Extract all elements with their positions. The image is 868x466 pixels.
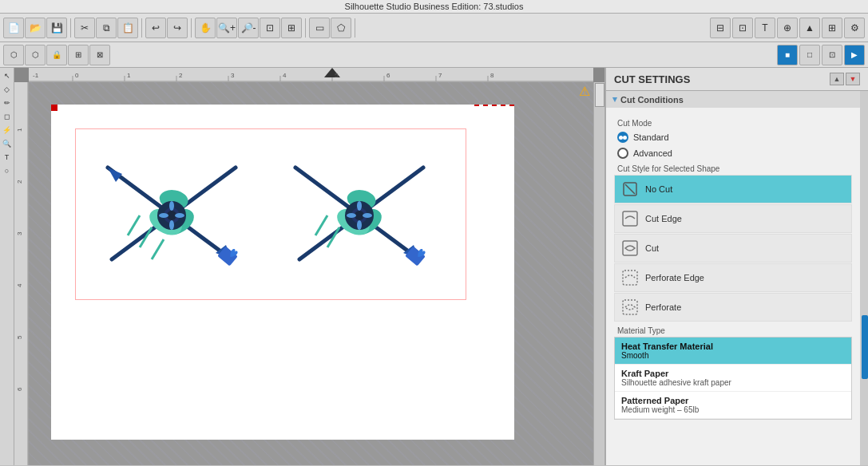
ruler-vertical: 1 2 3 4 5 6 (14, 82, 29, 465)
cut-edge-option[interactable]: Cut Edge (614, 204, 852, 233)
save-button[interactable]: 💾 (46, 18, 67, 38)
redo-button[interactable]: ↪ (167, 18, 188, 38)
svg-text:3: 3 (16, 231, 23, 235)
svg-text:4: 4 (16, 283, 23, 287)
perforate-label: Perforate (645, 302, 681, 312)
svg-text:2: 2 (16, 180, 23, 184)
svg-point-40 (169, 220, 174, 230)
shape-tool[interactable]: ○ (1, 164, 14, 177)
material-kraft-paper[interactable]: Kraft Paper Silhouette adhesive kraft pa… (615, 365, 851, 392)
right-toolbar-group: ⊟ ⊡ T ⊕ ▲ ⊞ ⚙ (710, 18, 865, 38)
eraser-tool[interactable]: ◻ (1, 110, 14, 123)
transform-button[interactable]: ⊡ (732, 18, 753, 38)
settings-button[interactable]: ⚙ (844, 18, 865, 38)
work-area (51, 105, 514, 440)
draw-tool[interactable]: ✏ (1, 97, 14, 109)
panel-title: CUT SETTINGS (614, 73, 690, 85)
svg-text:4: 4 (283, 72, 287, 79)
material-patterned-name: Patterned Paper (621, 396, 845, 405)
marquee-button[interactable]: ▭ (309, 18, 330, 38)
weld-button[interactable]: ⊕ (777, 18, 798, 38)
perforate-option[interactable]: Perforate (614, 293, 852, 322)
align-button[interactable]: ⊟ (710, 18, 731, 38)
canvas-area[interactable]: -1 0 1 2 3 4 5 6 7 8 (14, 68, 604, 465)
title-text: Silhouette Studio Business Edition: 73.s… (345, 2, 524, 11)
zoom-actual-button[interactable]: ⊞ (281, 18, 302, 38)
grid-button[interactable]: ⊞ (822, 18, 842, 38)
sep1 (70, 18, 71, 38)
canvas-scrollbar-v[interactable] (593, 82, 604, 465)
sep2 (141, 18, 142, 38)
cut-mode-section: Cut Mode Standard Advanced Cut S (606, 111, 860, 425)
scrollbar-thumb-v[interactable] (595, 83, 604, 107)
svg-text:3: 3 (231, 72, 235, 79)
fill-button[interactable]: ■ (777, 45, 798, 65)
send-button[interactable]: ▶ (844, 45, 865, 65)
material-heat-transfer[interactable]: Heat Transfer Material Smooth (615, 338, 851, 365)
material-patterned-paper[interactable]: Patterned Paper Medium weight – 65lb (615, 392, 851, 419)
no-cut-option[interactable]: No Cut (614, 175, 852, 203)
cut-border-top (474, 105, 514, 111)
svg-rect-66 (623, 271, 637, 285)
svg-point-42 (175, 213, 184, 218)
svg-rect-64 (623, 211, 637, 226)
svg-text:0: 0 (75, 72, 79, 79)
perforate-edge-icon-display (621, 269, 639, 286)
svg-text:8: 8 (490, 72, 494, 79)
material-heat-desc: Smooth (621, 351, 845, 360)
paste-button[interactable]: 📋 (117, 18, 138, 38)
panel-scrollbar-v[interactable] (860, 91, 868, 465)
svg-marker-30 (108, 168, 122, 182)
cut-style-label: Cut Style for Selected Shape (614, 161, 852, 175)
perforate-edge-option[interactable]: Perforate Edge (614, 263, 852, 292)
zoom-in-button[interactable]: 🔍+ (216, 18, 237, 38)
panel-collapse-btn[interactable]: ▲ (830, 73, 844, 85)
arrange-toolbar-group: ⬡ ⬡ 🔒 ⊞ ⊠ (3, 45, 110, 65)
stroke-button[interactable]: □ (799, 45, 820, 65)
node-tool[interactable]: ◇ (1, 83, 14, 96)
standard-radio[interactable] (617, 132, 628, 143)
zoom-tool[interactable]: 🔍 (1, 137, 14, 150)
knife-button[interactable]: ▲ (799, 18, 820, 38)
advanced-radio-row[interactable]: Advanced (614, 145, 852, 161)
lock-button[interactable]: 🔒 (46, 45, 67, 65)
print-button[interactable]: ⊡ (822, 45, 842, 65)
group-button[interactable]: ⊞ (68, 45, 89, 65)
history-toolbar-group: ↩ ↪ (145, 18, 188, 38)
panel-expand-btn[interactable]: ▼ (846, 73, 860, 85)
advanced-radio[interactable] (617, 148, 628, 159)
text-tool[interactable]: T (1, 151, 14, 164)
title-bar: Silhouette Studio Business Edition: 73.s… (0, 0, 868, 14)
right-panel-content: ▾ Cut Conditions Cut Mode Standard (606, 91, 860, 465)
svg-line-60 (315, 215, 327, 235)
selection-toolbar-group: ▭ ⬠ (309, 18, 351, 38)
send-back-button[interactable]: ⬡ (25, 45, 46, 65)
bring-front-button[interactable]: ⬡ (3, 45, 24, 65)
artwork-right (268, 132, 451, 295)
pan-button[interactable]: ✋ (195, 18, 216, 38)
lasso-button[interactable]: ⬠ (331, 18, 351, 38)
standard-label: Standard (633, 132, 669, 142)
knife-tool[interactable]: ⚡ (1, 124, 14, 136)
svg-text:5: 5 (335, 72, 339, 79)
select-tool[interactable]: ↖ (1, 69, 14, 82)
view-toolbar-group: ✋ 🔍+ 🔎- ⊡ ⊞ (195, 18, 302, 38)
open-button[interactable]: 📂 (25, 18, 46, 38)
text-button[interactable]: T (755, 18, 775, 38)
panel-scroll-thumb[interactable] (862, 315, 868, 379)
svg-point-58 (347, 213, 356, 218)
standard-radio-row[interactable]: Standard (614, 129, 852, 145)
right-second-toolbar-group: ■ □ ⊡ ▶ (777, 45, 865, 65)
copy-button[interactable]: ⧉ (96, 18, 117, 38)
no-cut-icon (621, 180, 639, 198)
new-button[interactable]: 📄 (3, 18, 24, 38)
advanced-label: Advanced (633, 148, 672, 158)
zoom-fit-button[interactable]: ⊡ (260, 18, 280, 38)
cut-conditions-label: Cut Conditions (620, 95, 684, 105)
cut-button[interactable]: ✂ (74, 18, 95, 38)
cut-option[interactable]: Cut (614, 234, 852, 263)
ungroup-button[interactable]: ⊠ (89, 45, 110, 65)
zoom-out-button[interactable]: 🔎- (238, 18, 259, 38)
perforate-icon-display (621, 298, 639, 316)
undo-button[interactable]: ↩ (145, 18, 166, 38)
